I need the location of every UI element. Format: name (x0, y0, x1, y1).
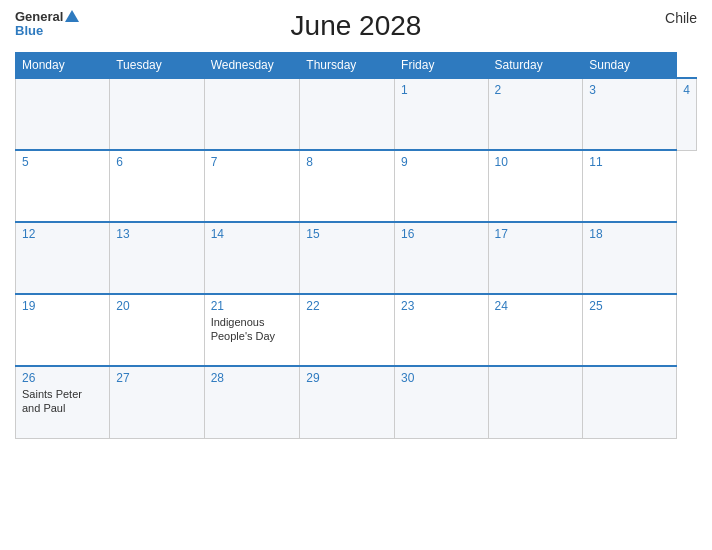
day-number: 2 (495, 83, 577, 97)
empty-cell (16, 78, 110, 150)
calendar-cell: 18 (583, 222, 677, 294)
calendar-table: Monday Tuesday Wednesday Thursday Friday… (15, 52, 697, 439)
calendar-cell: 30 (395, 366, 489, 438)
calendar-cell: 10 (488, 150, 583, 222)
day-number: 1 (401, 83, 482, 97)
calendar-cell: 9 (395, 150, 489, 222)
calendar-cell: 21Indigenous People's Day (204, 294, 300, 366)
day-number: 4 (683, 83, 690, 97)
calendar-cell: 17 (488, 222, 583, 294)
day-number: 3 (589, 83, 670, 97)
calendar-cell: 14 (204, 222, 300, 294)
day-number: 12 (22, 227, 103, 241)
day-number: 25 (589, 299, 670, 313)
day-number: 18 (589, 227, 670, 241)
day-number: 15 (306, 227, 388, 241)
calendar-cell: 15 (300, 222, 395, 294)
calendar-cell: 20 (110, 294, 204, 366)
calendar-cell: 25 (583, 294, 677, 366)
calendar-cell: 2 (488, 78, 583, 150)
calendar-cell: 27 (110, 366, 204, 438)
day-number: 9 (401, 155, 482, 169)
country-label: Chile (665, 10, 697, 26)
day-number: 29 (306, 371, 388, 385)
day-number: 5 (22, 155, 103, 169)
col-friday: Friday (395, 53, 489, 79)
day-number: 24 (495, 299, 577, 313)
calendar-week-3: 12131415161718 (16, 222, 697, 294)
calendar-body: 123456789101112131415161718192021Indigen… (16, 78, 697, 438)
day-number: 13 (116, 227, 197, 241)
col-wednesday: Wednesday (204, 53, 300, 79)
logo: General Blue (15, 10, 79, 39)
event-label: Saints Peter and Paul (22, 388, 82, 414)
day-number: 19 (22, 299, 103, 313)
calendar-cell: 19 (16, 294, 110, 366)
day-number: 21 (211, 299, 294, 313)
day-number: 14 (211, 227, 294, 241)
calendar-cell: 7 (204, 150, 300, 222)
day-number: 30 (401, 371, 482, 385)
calendar-title: June 2028 (291, 10, 422, 42)
calendar-cell: 8 (300, 150, 395, 222)
calendar-cell: 1 (395, 78, 489, 150)
day-number: 27 (116, 371, 197, 385)
logo-general-text: General (15, 10, 63, 24)
calendar-cell: 22 (300, 294, 395, 366)
calendar-cell: 5 (16, 150, 110, 222)
calendar-cell: 3 (583, 78, 677, 150)
day-number: 20 (116, 299, 197, 313)
col-thursday: Thursday (300, 53, 395, 79)
calendar-week-5: 26Saints Peter and Paul27282930 (16, 366, 697, 438)
empty-cell (110, 78, 204, 150)
calendar-header-row: Monday Tuesday Wednesday Thursday Friday… (16, 53, 697, 79)
day-number: 6 (116, 155, 197, 169)
day-number: 10 (495, 155, 577, 169)
calendar-cell: 23 (395, 294, 489, 366)
day-number: 11 (589, 155, 670, 169)
col-sunday: Sunday (583, 53, 677, 79)
logo-blue-text: Blue (15, 24, 43, 38)
logo-triangle-icon (65, 10, 79, 22)
calendar-cell: 16 (395, 222, 489, 294)
day-number: 8 (306, 155, 388, 169)
calendar-header: General Blue June 2028 Chile (15, 10, 697, 42)
calendar-week-2: 567891011 (16, 150, 697, 222)
col-monday: Monday (16, 53, 110, 79)
day-number: 26 (22, 371, 103, 385)
calendar-page: General Blue June 2028 Chile Monday Tues… (0, 0, 712, 550)
calendar-cell: 11 (583, 150, 677, 222)
col-tuesday: Tuesday (110, 53, 204, 79)
day-number: 23 (401, 299, 482, 313)
calendar-cell: 4 (677, 78, 697, 150)
calendar-cell: 28 (204, 366, 300, 438)
calendar-cell: 29 (300, 366, 395, 438)
day-number: 28 (211, 371, 294, 385)
calendar-cell (300, 78, 395, 150)
day-number: 16 (401, 227, 482, 241)
calendar-cell (488, 366, 583, 438)
calendar-cell: 13 (110, 222, 204, 294)
day-number: 17 (495, 227, 577, 241)
calendar-week-1: 1234 (16, 78, 697, 150)
col-saturday: Saturday (488, 53, 583, 79)
day-number: 22 (306, 299, 388, 313)
calendar-cell (583, 366, 677, 438)
event-label: Indigenous People's Day (211, 316, 275, 342)
day-number: 7 (211, 155, 294, 169)
calendar-cell: 6 (110, 150, 204, 222)
calendar-week-4: 192021Indigenous People's Day22232425 (16, 294, 697, 366)
calendar-cell: 24 (488, 294, 583, 366)
calendar-cell: 12 (16, 222, 110, 294)
calendar-cell: 26Saints Peter and Paul (16, 366, 110, 438)
calendar-cell (204, 78, 300, 150)
